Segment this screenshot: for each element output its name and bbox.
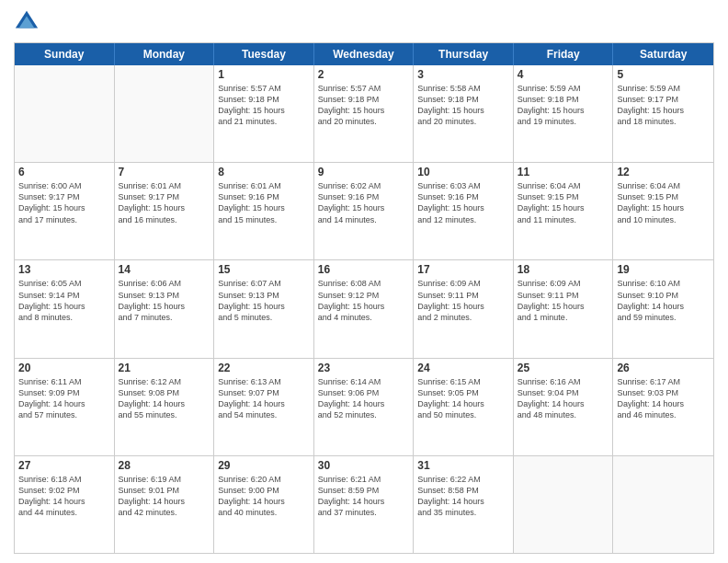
day-info-line: Sunset: 9:13 PM (119, 290, 210, 301)
day-info-line: and 11 minutes. (518, 214, 609, 225)
day-info-line: Sunset: 9:08 PM (119, 387, 210, 398)
day-info-line: Sunset: 9:06 PM (318, 387, 410, 398)
day-info-line: and 59 minutes. (617, 312, 710, 323)
day-info-line: Daylight: 14 hours (119, 496, 210, 507)
day-number: 20 (18, 362, 110, 374)
day-info-line: and 54 minutes. (218, 409, 310, 420)
day-info-line: and 20 minutes. (318, 116, 410, 127)
day-info-line: Sunrise: 6:18 AM (18, 474, 110, 485)
day-number: 10 (417, 166, 509, 178)
day-info-line: Sunrise: 6:16 AM (518, 376, 609, 387)
day-info-line: and 18 minutes. (617, 116, 710, 127)
week-row-3: 13Sunrise: 6:05 AMSunset: 9:14 PMDayligh… (15, 260, 713, 358)
day-info-line: and 35 minutes. (417, 507, 509, 518)
day-number: 30 (318, 459, 410, 472)
day-info-line: Daylight: 15 hours (218, 105, 310, 116)
day-cell-19: 19Sunrise: 6:10 AMSunset: 9:10 PMDayligh… (613, 260, 713, 357)
day-info-line: and 15 minutes. (218, 214, 310, 225)
week-row-4: 20Sunrise: 6:11 AMSunset: 9:09 PMDayligh… (15, 359, 713, 456)
day-number: 13 (18, 263, 110, 276)
header-day-friday: Friday (514, 43, 614, 65)
day-info-line: Daylight: 14 hours (218, 496, 310, 507)
day-cell-1: 1Sunrise: 5:57 AMSunset: 9:18 PMDaylight… (214, 65, 314, 162)
header-day-wednesday: Wednesday (314, 43, 415, 65)
day-cell-28: 28Sunrise: 6:19 AMSunset: 9:01 PMDayligh… (115, 456, 215, 553)
day-cell-20: 20Sunrise: 6:11 AMSunset: 9:09 PMDayligh… (15, 359, 115, 455)
day-info-line: and 37 minutes. (318, 507, 410, 518)
day-info-line: Sunrise: 6:09 AM (518, 278, 609, 289)
day-cell-24: 24Sunrise: 6:15 AMSunset: 9:05 PMDayligh… (414, 359, 514, 455)
day-info-line: Sunset: 8:59 PM (318, 485, 410, 496)
day-info-line: Sunrise: 6:13 AM (218, 376, 310, 387)
day-info-line: and 20 minutes. (417, 116, 509, 127)
day-info-line: Sunrise: 6:05 AM (18, 278, 110, 289)
day-number: 11 (518, 166, 609, 178)
day-info-line: Sunrise: 6:02 AM (318, 180, 410, 191)
day-cell-25: 25Sunrise: 6:16 AMSunset: 9:04 PMDayligh… (514, 359, 614, 455)
day-info-line: Daylight: 15 hours (218, 301, 310, 312)
day-info-line: Sunrise: 6:14 AM (318, 376, 410, 387)
day-number: 19 (617, 263, 710, 276)
day-cell-22: 22Sunrise: 6:13 AMSunset: 9:07 PMDayligh… (214, 359, 314, 455)
day-info-line: Daylight: 15 hours (518, 301, 609, 312)
header-day-saturday: Saturday (613, 43, 713, 65)
day-info-line: and 14 minutes. (318, 214, 410, 225)
day-info-line: Daylight: 14 hours (218, 398, 310, 409)
day-info-line: and 8 minutes. (18, 312, 110, 323)
day-info-line: Sunset: 9:17 PM (119, 191, 210, 202)
day-info-line: Daylight: 15 hours (18, 202, 110, 213)
empty-cell (613, 456, 713, 553)
day-cell-4: 4Sunrise: 5:59 AMSunset: 9:18 PMDaylight… (514, 65, 614, 162)
empty-cell (115, 65, 215, 162)
day-info-line: Sunrise: 5:59 AM (617, 83, 710, 94)
day-cell-2: 2Sunrise: 5:57 AMSunset: 9:18 PMDaylight… (314, 65, 415, 162)
day-number: 12 (617, 166, 710, 178)
page: SundayMondayTuesdayWednesdayThursdayFrid… (0, 0, 728, 563)
day-number: 3 (417, 68, 509, 81)
day-number: 31 (417, 459, 509, 472)
day-info-line: and 44 minutes. (18, 507, 110, 518)
day-cell-27: 27Sunrise: 6:18 AMSunset: 9:02 PMDayligh… (15, 456, 115, 553)
day-number: 24 (417, 362, 509, 374)
day-cell-10: 10Sunrise: 6:03 AMSunset: 9:16 PMDayligh… (414, 163, 514, 259)
day-info-line: Sunset: 9:16 PM (318, 191, 410, 202)
day-info-line: Sunset: 9:18 PM (318, 94, 410, 105)
day-info-line: and 19 minutes. (518, 116, 609, 127)
day-cell-17: 17Sunrise: 6:09 AMSunset: 9:11 PMDayligh… (414, 260, 514, 357)
day-info-line: and 57 minutes. (18, 409, 110, 420)
day-info-line: and 1 minute. (518, 312, 609, 323)
day-info-line: Sunset: 9:17 PM (617, 94, 710, 105)
day-info-line: and 4 minutes. (318, 312, 410, 323)
day-info-line: Daylight: 15 hours (417, 301, 509, 312)
day-info-line: Sunrise: 5:59 AM (518, 83, 609, 94)
day-number: 9 (318, 166, 410, 178)
day-info-line: Sunset: 9:05 PM (417, 387, 509, 398)
week-row-1: 1Sunrise: 5:57 AMSunset: 9:18 PMDaylight… (15, 65, 713, 163)
day-info-line: Sunrise: 6:15 AM (417, 376, 509, 387)
day-cell-29: 29Sunrise: 6:20 AMSunset: 9:00 PMDayligh… (214, 456, 314, 553)
day-number: 8 (218, 166, 310, 178)
header (14, 9, 714, 35)
day-info-line: Sunrise: 6:10 AM (617, 278, 710, 289)
day-info-line: Sunset: 8:58 PM (417, 485, 509, 496)
day-info-line: Daylight: 14 hours (318, 398, 410, 409)
day-info-line: and 46 minutes. (617, 409, 710, 420)
empty-cell (514, 456, 614, 553)
day-number: 29 (218, 459, 310, 472)
day-info-line: Sunset: 9:00 PM (218, 485, 310, 496)
day-info-line: Sunset: 9:03 PM (617, 387, 710, 398)
day-info-line: Sunset: 9:16 PM (218, 191, 310, 202)
day-info-line: Daylight: 15 hours (18, 301, 110, 312)
day-info-line: Sunset: 9:16 PM (417, 191, 509, 202)
day-info-line: Sunrise: 6:19 AM (119, 474, 210, 485)
day-info-line: Sunset: 9:18 PM (218, 94, 310, 105)
day-info-line: Sunset: 9:10 PM (617, 290, 710, 301)
day-info-line: Sunrise: 6:04 AM (518, 180, 609, 191)
day-info-line: Daylight: 14 hours (417, 398, 509, 409)
day-cell-14: 14Sunrise: 6:06 AMSunset: 9:13 PMDayligh… (115, 260, 215, 357)
day-info-line: and 21 minutes. (218, 116, 310, 127)
day-info-line: and 52 minutes. (318, 409, 410, 420)
week-row-5: 27Sunrise: 6:18 AMSunset: 9:02 PMDayligh… (15, 456, 713, 553)
day-cell-8: 8Sunrise: 6:01 AMSunset: 9:16 PMDaylight… (214, 163, 314, 259)
day-info-line: Sunrise: 6:22 AM (417, 474, 509, 485)
